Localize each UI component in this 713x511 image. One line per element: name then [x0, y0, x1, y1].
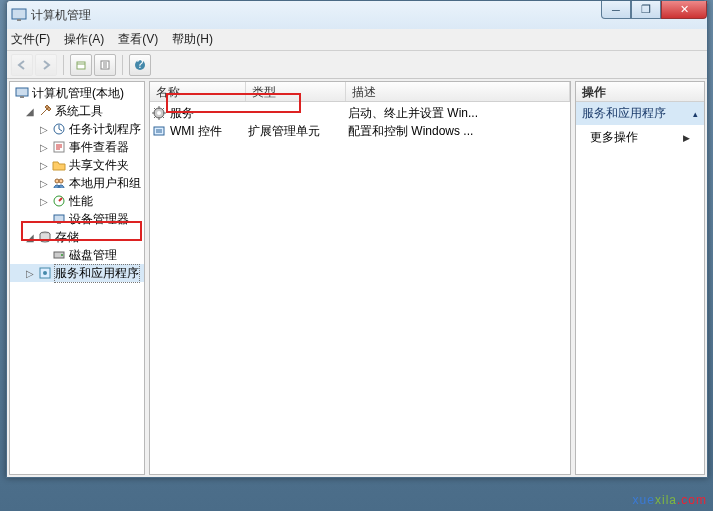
svg-point-17 [61, 254, 63, 256]
storage-icon [38, 230, 52, 244]
wmi-icon [152, 124, 166, 138]
close-button[interactable]: ✕ [661, 1, 707, 19]
services-apps-icon [38, 266, 52, 280]
tree-performance[interactable]: ▷ 性能 [10, 192, 144, 210]
submenu-arrow-icon: ▶ [683, 133, 690, 143]
tree-services-apps[interactable]: ▷ 服务和应用程序 [10, 264, 144, 282]
svg-rect-13 [54, 215, 64, 222]
column-headers: 名称 类型 描述 [150, 82, 570, 102]
services-gear-icon [152, 106, 166, 120]
actions-section[interactable]: 服务和应用程序 ▴ [576, 102, 704, 125]
svg-point-19 [43, 271, 47, 275]
svg-rect-2 [77, 62, 85, 69]
svg-point-10 [55, 179, 59, 183]
main-panel: 名称 类型 描述 服务 启动、终止并设置 Win... WMI 控件 [149, 81, 571, 475]
properties-button[interactable] [94, 54, 116, 76]
tree-system-tools[interactable]: ◢ 系统工具 [10, 102, 144, 120]
tree-storage[interactable]: ◢ 存储 [10, 228, 144, 246]
event-icon [52, 140, 66, 154]
device-icon [52, 212, 66, 226]
up-button[interactable] [70, 54, 92, 76]
list-item[interactable]: WMI 控件 扩展管理单元 配置和控制 Windows ... [150, 122, 570, 140]
tree-disk-management[interactable]: 磁盘管理 [10, 246, 144, 264]
tree-task-scheduler[interactable]: ▷ 任务计划程序 [10, 120, 144, 138]
tree-root[interactable]: 计算机管理(本地) [10, 84, 144, 102]
menubar: 文件(F) 操作(A) 查看(V) 帮助(H) [7, 29, 707, 51]
computer-management-window: 计算机管理 ─ ❐ ✕ 文件(F) 操作(A) 查看(V) 帮助(H) ? 计算… [6, 0, 708, 478]
collapse-icon[interactable]: ◢ [24, 106, 35, 117]
clock-icon [52, 122, 66, 136]
svg-text:?: ? [137, 59, 144, 71]
tree-device-manager[interactable]: 设备管理器 [10, 210, 144, 228]
menu-action[interactable]: 操作(A) [64, 31, 104, 48]
expand-icon[interactable]: ▷ [38, 178, 49, 189]
watermark: xuexila.com [633, 486, 707, 509]
computer-icon [15, 86, 29, 100]
svg-rect-1 [17, 19, 21, 21]
tree-event-viewer[interactable]: ▷ 事件查看器 [10, 138, 144, 156]
tree-local-users[interactable]: ▷ 本地用户和组 [10, 174, 144, 192]
titlebar[interactable]: 计算机管理 ─ ❐ ✕ [7, 1, 707, 29]
forward-button [35, 54, 57, 76]
menu-file[interactable]: 文件(F) [11, 31, 50, 48]
menu-view[interactable]: 查看(V) [118, 31, 158, 48]
expand-icon[interactable]: ▷ [38, 160, 49, 171]
svg-rect-14 [57, 222, 61, 224]
actions-header: 操作 [576, 82, 704, 102]
svg-point-11 [59, 179, 63, 183]
col-name[interactable]: 名称 [150, 82, 246, 101]
app-icon [11, 7, 27, 23]
col-desc[interactable]: 描述 [346, 82, 570, 101]
collapse-triangle-icon: ▴ [693, 109, 698, 119]
tree-shared-folders[interactable]: ▷ 共享文件夹 [10, 156, 144, 174]
svg-rect-7 [20, 96, 24, 98]
list-item[interactable]: 服务 启动、终止并设置 Win... [150, 104, 570, 122]
minimize-button[interactable]: ─ [601, 1, 631, 19]
toolbar: ? [7, 51, 707, 79]
svg-rect-6 [16, 88, 28, 96]
list-rows[interactable]: 服务 启动、终止并设置 Win... WMI 控件 扩展管理单元 配置和控制 W… [150, 102, 570, 474]
performance-icon [52, 194, 66, 208]
expand-icon[interactable]: ▷ [38, 196, 49, 207]
collapse-icon[interactable]: ◢ [24, 232, 35, 243]
expand-icon[interactable]: ▷ [24, 268, 35, 279]
col-type[interactable]: 类型 [246, 82, 346, 101]
svg-point-21 [157, 111, 161, 115]
actions-more[interactable]: 更多操作 ▶ [576, 125, 704, 150]
maximize-button[interactable]: ❐ [631, 1, 661, 19]
svg-rect-0 [12, 9, 26, 19]
help-button[interactable]: ? [129, 54, 151, 76]
disk-icon [52, 248, 66, 262]
users-icon [52, 176, 66, 190]
window-title: 计算机管理 [31, 7, 91, 24]
expand-icon[interactable]: ▷ [38, 124, 49, 135]
actions-panel: 操作 服务和应用程序 ▴ 更多操作 ▶ [575, 81, 705, 475]
folder-share-icon [52, 158, 66, 172]
tree-panel[interactable]: 计算机管理(本地) ◢ 系统工具 ▷ 任务计划程序 ▷ 事件查看器 ▷ 共享文件… [9, 81, 145, 475]
menu-help[interactable]: 帮助(H) [172, 31, 213, 48]
expand-icon[interactable]: ▷ [38, 142, 49, 153]
back-button [11, 54, 33, 76]
tools-icon [38, 104, 52, 118]
svg-rect-22 [154, 127, 164, 135]
